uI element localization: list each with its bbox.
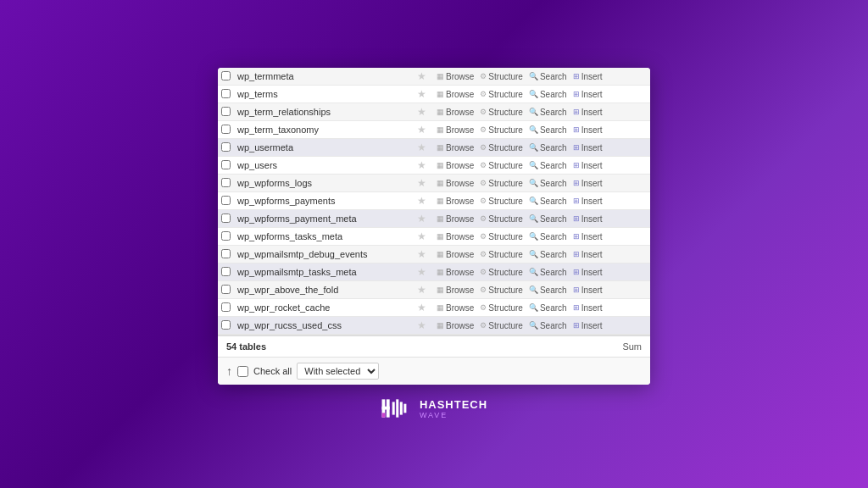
insert-button[interactable]: ⊞ Insert [570, 178, 605, 189]
insert-button[interactable]: ⊞ Insert [570, 71, 605, 82]
star-cell[interactable]: ★ [412, 175, 431, 192]
star-icon[interactable]: ★ [417, 177, 426, 189]
insert-button[interactable]: ⊞ Insert [570, 249, 605, 260]
search-button[interactable]: 🔍 Search [526, 71, 570, 82]
star-cell[interactable]: ★ [412, 281, 431, 299]
row-checkbox[interactable] [221, 107, 231, 116]
search-button[interactable]: 🔍 Search [526, 320, 570, 331]
row-checkbox[interactable] [221, 196, 231, 205]
star-icon[interactable]: ★ [417, 284, 426, 296]
browse-button[interactable]: ▦ Browse [434, 285, 476, 296]
star-cell[interactable]: ★ [412, 263, 431, 281]
star-cell[interactable]: ★ [412, 86, 431, 103]
star-icon[interactable]: ★ [417, 319, 426, 331]
insert-button[interactable]: ⊞ Insert [570, 89, 605, 100]
browse-button[interactable]: ▦ Browse [434, 231, 476, 242]
back-button[interactable]: ↑ [226, 364, 232, 378]
row-checkbox[interactable] [221, 125, 231, 134]
star-cell[interactable]: ★ [412, 246, 431, 263]
browse-button[interactable]: ▦ Browse [434, 214, 476, 225]
browse-button[interactable]: ▦ Browse [434, 107, 476, 118]
star-cell[interactable]: ★ [412, 139, 431, 157]
search-button[interactable]: 🔍 Search [526, 160, 570, 171]
star-icon[interactable]: ★ [417, 70, 426, 82]
star-icon[interactable]: ★ [417, 302, 426, 313]
structure-button[interactable]: ⚙ Structure [477, 142, 526, 153]
row-checkbox[interactable] [221, 249, 231, 258]
row-checkbox[interactable] [221, 302, 231, 312]
search-button[interactable]: 🔍 Search [526, 142, 570, 153]
structure-button[interactable]: ⚙ Structure [477, 285, 526, 296]
search-button[interactable]: 🔍 Search [526, 107, 570, 118]
star-cell[interactable]: ★ [412, 157, 431, 175]
insert-button[interactable]: ⊞ Insert [570, 160, 605, 171]
star-cell[interactable]: ★ [412, 228, 431, 246]
search-button[interactable]: 🔍 Search [526, 125, 570, 136]
structure-button[interactable]: ⚙ Structure [477, 231, 526, 242]
search-button[interactable]: 🔍 Search [526, 89, 570, 100]
search-button[interactable]: 🔍 Search [526, 285, 570, 296]
search-button[interactable]: 🔍 Search [526, 196, 570, 207]
star-icon[interactable]: ★ [417, 124, 426, 136]
search-button[interactable]: 🔍 Search [526, 178, 570, 189]
browse-button[interactable]: ▦ Browse [434, 249, 476, 260]
search-button[interactable]: 🔍 Search [526, 267, 570, 278]
structure-button[interactable]: ⚙ Structure [477, 196, 526, 207]
browse-button[interactable]: ▦ Browse [434, 125, 476, 136]
structure-button[interactable]: ⚙ Structure [477, 214, 526, 225]
star-icon[interactable]: ★ [417, 159, 426, 171]
star-cell[interactable]: ★ [412, 192, 431, 210]
browse-button[interactable]: ▦ Browse [434, 71, 476, 82]
row-checkbox[interactable] [221, 142, 231, 152]
insert-button[interactable]: ⊞ Insert [570, 196, 605, 207]
browse-button[interactable]: ▦ Browse [434, 302, 476, 313]
star-cell[interactable]: ★ [412, 299, 431, 317]
browse-button[interactable]: ▦ Browse [434, 267, 476, 278]
row-checkbox[interactable] [221, 178, 231, 187]
row-checkbox[interactable] [221, 214, 231, 223]
star-icon[interactable]: ★ [417, 266, 426, 278]
insert-button[interactable]: ⊞ Insert [570, 267, 605, 278]
star-icon[interactable]: ★ [417, 195, 426, 207]
browse-button[interactable]: ▦ Browse [434, 178, 476, 189]
structure-button[interactable]: ⚙ Structure [477, 178, 526, 189]
search-button[interactable]: 🔍 Search [526, 302, 570, 313]
insert-button[interactable]: ⊞ Insert [570, 302, 605, 313]
browse-button[interactable]: ▦ Browse [434, 196, 476, 207]
insert-button[interactable]: ⊞ Insert [570, 214, 605, 225]
row-checkbox[interactable] [221, 267, 231, 276]
with-selected-dropdown[interactable]: With selectedBrowseDropEmptyExport [297, 363, 379, 380]
star-cell[interactable]: ★ [412, 68, 431, 86]
insert-button[interactable]: ⊞ Insert [570, 125, 605, 136]
insert-button[interactable]: ⊞ Insert [570, 142, 605, 153]
structure-button[interactable]: ⚙ Structure [477, 267, 526, 278]
row-checkbox[interactable] [221, 89, 231, 98]
insert-button[interactable]: ⊞ Insert [570, 320, 605, 331]
structure-button[interactable]: ⚙ Structure [477, 320, 526, 331]
star-icon[interactable]: ★ [417, 248, 426, 260]
row-checkbox[interactable] [221, 71, 231, 80]
browse-button[interactable]: ▦ Browse [434, 160, 476, 171]
browse-button[interactable]: ▦ Browse [434, 142, 476, 153]
star-icon[interactable]: ★ [417, 213, 426, 225]
structure-button[interactable]: ⚙ Structure [477, 89, 526, 100]
structure-button[interactable]: ⚙ Structure [477, 125, 526, 136]
search-button[interactable]: 🔍 Search [526, 249, 570, 260]
row-checkbox[interactable] [221, 160, 231, 169]
search-button[interactable]: 🔍 Search [526, 214, 570, 225]
row-checkbox[interactable] [221, 285, 231, 294]
structure-button[interactable]: ⚙ Structure [477, 71, 526, 82]
check-all-label[interactable]: Check all [253, 366, 292, 376]
insert-button[interactable]: ⊞ Insert [570, 231, 605, 242]
star-cell[interactable]: ★ [412, 103, 431, 121]
browse-button[interactable]: ▦ Browse [434, 320, 476, 331]
row-checkbox[interactable] [221, 231, 231, 241]
check-all-checkbox[interactable] [237, 366, 248, 377]
star-cell[interactable]: ★ [412, 210, 431, 228]
structure-button[interactable]: ⚙ Structure [477, 249, 526, 260]
star-icon[interactable]: ★ [417, 141, 426, 153]
insert-button[interactable]: ⊞ Insert [570, 285, 605, 296]
structure-button[interactable]: ⚙ Structure [477, 302, 526, 313]
search-button[interactable]: 🔍 Search [526, 231, 570, 242]
star-cell[interactable]: ★ [412, 121, 431, 139]
